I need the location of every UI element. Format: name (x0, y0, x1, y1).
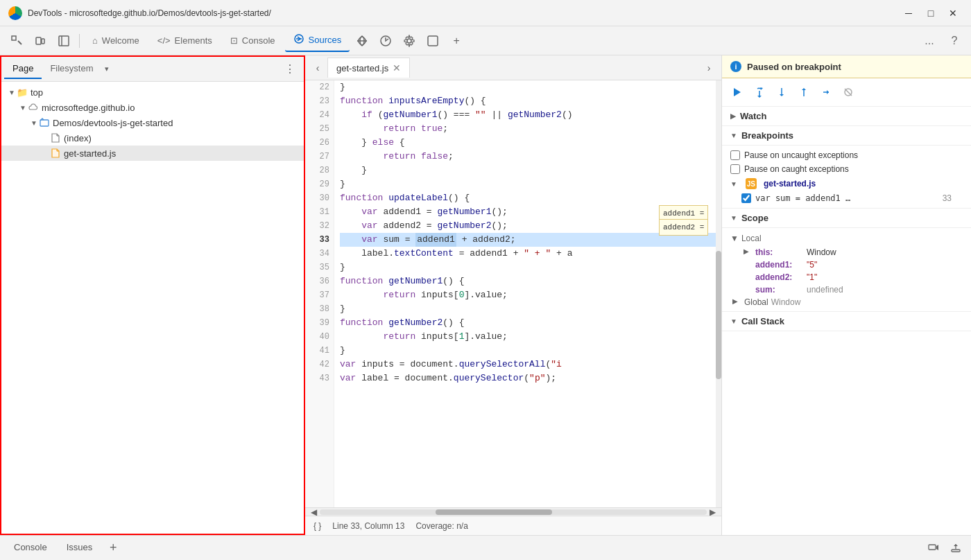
tab-sources[interactable]: Sources (285, 29, 350, 52)
tree-item-index[interactable]: (index) (1, 130, 304, 146)
scope-local-label: Local (741, 234, 762, 243)
bottom-tab-issues[interactable]: Issues (58, 538, 101, 558)
sidebar-toggle-button[interactable] (53, 30, 75, 52)
ln-43: 43 (309, 371, 329, 385)
ln-26: 26 (309, 136, 329, 150)
editor-nav-forward[interactable]: › (699, 58, 719, 78)
bp-file-item[interactable]: ▼ JS get-started.js (722, 176, 971, 191)
editor-tab-close[interactable]: ✕ (393, 62, 401, 73)
vertical-scrollbar[interactable] (716, 80, 721, 507)
code-line-40: return inputs[1].value; (340, 330, 716, 344)
add-tab-button[interactable]: + (445, 30, 467, 52)
ln-23: 23 (309, 94, 329, 108)
tree-label-get-started-js: get-started.js (64, 148, 116, 159)
panel-tab-more[interactable]: ⋮ (279, 60, 301, 78)
tree-item-top[interactable]: ▼ 📁 top (1, 85, 304, 100)
section-watch[interactable]: ▶ Watch (722, 107, 971, 126)
section-call-stack[interactable]: ▼ Call Stack (722, 312, 971, 331)
close-button[interactable]: ✕ (943, 5, 963, 21)
toolbar-more: ... ? (918, 30, 965, 52)
deactivate-breakpoints-button[interactable] (839, 82, 858, 102)
tab-elements[interactable]: </> Elements (149, 31, 221, 50)
device-toolbar-button[interactable] (29, 30, 51, 52)
network-icon-btn[interactable] (351, 30, 373, 52)
tab-filesystem[interactable]: Filesystem (42, 59, 101, 79)
bottom-add-tab[interactable]: + (103, 539, 123, 558)
bp-caught-checkbox[interactable] (730, 164, 740, 174)
right-panel: i Paused on breakpoint (721, 55, 971, 535)
bp-line-checkbox[interactable] (741, 193, 751, 203)
code-line-23: function inputsAreEmpty() { (340, 94, 716, 108)
more-tabs-button[interactable]: ... (918, 30, 940, 52)
editor-tab-get-started[interactable]: get-started.js ✕ (327, 58, 410, 78)
watch-label: Watch (740, 111, 767, 121)
call-stack-arrow: ▼ (730, 317, 737, 325)
svg-line-1 (18, 41, 22, 44)
debugger-controls (722, 78, 971, 107)
svg-point-11 (407, 39, 411, 43)
center-panel: ‹ get-started.js ✕ › 22 23 24 25 26 27 2… (305, 55, 721, 535)
tab-console[interactable]: ⊡ Console (222, 31, 284, 50)
bp-uncaught-checkbox[interactable] (730, 150, 740, 160)
tree-item-demos[interactable]: ▼ Demos/devtools-js-get-started (1, 115, 304, 130)
scope-global[interactable]: ▶ Global Window (722, 296, 971, 308)
svg-rect-4 (59, 36, 69, 46)
editor-nav-back[interactable]: ‹ (308, 58, 327, 78)
maximize-button[interactable]: □ (921, 5, 940, 21)
inspect-element-button[interactable] (6, 30, 28, 52)
scope-local-header[interactable]: ▼ Local (722, 231, 971, 246)
tab-welcome[interactable]: ⌂ Welcome (84, 31, 148, 50)
bp-line-item[interactable]: var sum = addend1 … 33 (722, 191, 971, 205)
section-scope[interactable]: ▼ Scope (722, 209, 971, 228)
scope-addend1-val: "5" (807, 260, 817, 270)
brace-icon: { } (313, 521, 321, 531)
call-stack-label: Call Stack (741, 316, 784, 326)
cloud-icon (28, 102, 39, 113)
screen-cast-button[interactable] (924, 539, 943, 558)
bottom-tab-console[interactable]: Console (6, 538, 55, 558)
panel-tab-dropdown[interactable]: ▾ (105, 64, 109, 73)
scope-this-val: Window (807, 247, 836, 257)
code-line-28: } (340, 164, 716, 177)
performance-icon-btn[interactable] (375, 30, 397, 52)
minimize-button[interactable]: ─ (899, 5, 918, 21)
left-panel-tabs: Page Filesystem ▾ ⋮ (1, 57, 304, 82)
step-into-button[interactable] (772, 82, 791, 102)
tree-item-domain[interactable]: ▼ microsoftedge.github.io (1, 100, 304, 115)
debugger-paused-header: i Paused on breakpoint (722, 55, 971, 78)
toolbar-separator (79, 34, 80, 48)
tree-arrow-domain: ▼ (18, 104, 28, 112)
upload-button[interactable] (946, 539, 965, 558)
home-icon: ⌂ (92, 35, 98, 46)
scope-this-key: this: (755, 247, 804, 257)
console-icon: ⊡ (230, 35, 238, 46)
layers-icon-btn[interactable] (422, 30, 444, 52)
step-button[interactable] (816, 82, 836, 102)
resume-button[interactable] (728, 82, 747, 102)
scope-addend2-val: "1" (807, 272, 817, 282)
ln-42: 42 (309, 358, 329, 371)
bp-arrow: ▼ (730, 132, 737, 139)
blue-folder-icon (39, 117, 50, 128)
bp-file-arrow: ▼ (730, 180, 737, 188)
tree-label-index: (index) (64, 133, 92, 143)
tree-item-get-started-js[interactable]: get-started.js (1, 146, 304, 161)
code-line-29: } (340, 177, 716, 191)
scope-addend1-key: addend1: (755, 260, 804, 270)
code-line-42: var inputs = document.querySelectorAll("… (340, 358, 716, 371)
step-out-button[interactable] (794, 82, 814, 102)
ln-41: 41 (309, 344, 329, 358)
editor-line-col: Line 33, Column 13 (332, 521, 404, 531)
help-button[interactable]: ? (943, 30, 965, 52)
editor-status-bar: { } Line 33, Column 13 Coverage: n/a (305, 516, 721, 535)
horizontal-scrollbar[interactable]: ◀ ▶ (305, 507, 721, 516)
tab-page[interactable]: Page (4, 59, 42, 79)
ln-37: 37 (309, 288, 329, 302)
svg-rect-0 (12, 36, 16, 40)
section-breakpoints[interactable]: ▼ Breakpoints (722, 126, 971, 146)
code-line-37: return inputs[0].value; (340, 288, 716, 302)
settings-icon-btn[interactable] (398, 30, 420, 52)
svg-rect-30 (929, 545, 936, 550)
step-over-button[interactable] (750, 82, 769, 102)
watch-arrow: ▶ (730, 112, 736, 120)
